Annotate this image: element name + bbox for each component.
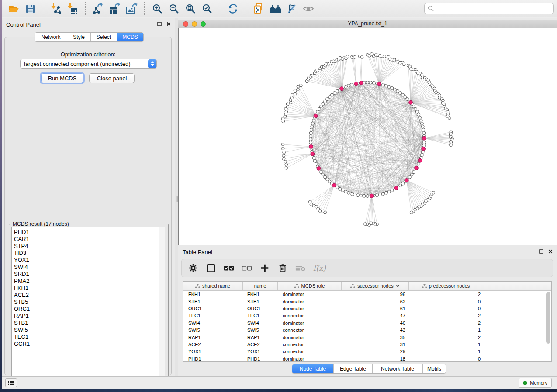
table-tabs: Node Table Edge Table Network Table Moti… bbox=[292, 364, 446, 374]
mcds-panel: Optimization criterion: largest connecte… bbox=[4, 37, 172, 375]
list-item[interactable]: YOX1 bbox=[14, 257, 159, 264]
close-panel-button[interactable]: Close panel bbox=[89, 73, 135, 83]
optimization-criterion-label: Optimization criterion: bbox=[5, 51, 171, 58]
column-header-successor-nodes[interactable]: successor nodes bbox=[342, 282, 409, 290]
list-item[interactable]: SWI5 bbox=[14, 327, 159, 334]
open-file-icon[interactable] bbox=[5, 2, 22, 16]
network-from-selection-icon[interactable] bbox=[250, 2, 267, 16]
panel-splitter[interactable] bbox=[175, 18, 178, 376]
list-item[interactable]: ACE2 bbox=[14, 292, 159, 299]
create-column-icon[interactable] bbox=[259, 263, 270, 273]
table-row[interactable]: STB1STB1dominator620 bbox=[183, 298, 551, 305]
tab-edge-table[interactable]: Edge Table bbox=[334, 364, 373, 373]
table-panel: Table Panel bbox=[178, 245, 557, 376]
network-window-titlebar[interactable]: YPA_prune.txt_1 bbox=[178, 20, 557, 28]
node-table[interactable]: shared name name MCDS role s bbox=[183, 281, 552, 362]
table-panel-title: Table Panel bbox=[183, 249, 212, 255]
network-window-title: YPA_prune.txt_1 bbox=[178, 21, 557, 27]
tab-select[interactable]: Select bbox=[91, 33, 117, 41]
list-item[interactable]: PHD1 bbox=[14, 229, 159, 236]
table-options-gear-icon[interactable] bbox=[188, 263, 198, 273]
zoom-fit-icon[interactable] bbox=[182, 2, 199, 16]
list-scrollbar-track[interactable] bbox=[159, 227, 165, 379]
zoom-selected-icon[interactable] bbox=[199, 2, 215, 16]
close-window-icon[interactable] bbox=[183, 21, 188, 27]
main-area: Control Panel Network Style Select MCDS … bbox=[2, 18, 557, 376]
delete-column-icon[interactable] bbox=[277, 263, 288, 273]
tab-mcds[interactable]: MCDS bbox=[117, 33, 143, 41]
minimize-window-icon[interactable] bbox=[192, 21, 197, 27]
delete-table-icon[interactable] bbox=[295, 263, 306, 273]
apply-layout-icon[interactable] bbox=[225, 2, 241, 16]
list-item[interactable]: SWI4 bbox=[14, 264, 159, 271]
tab-network[interactable]: Network bbox=[35, 33, 67, 41]
table-row[interactable]: SWI5SWI5connector431 bbox=[183, 327, 551, 334]
table-row[interactable]: ACE2ACE2connector311 bbox=[183, 341, 551, 348]
table-row[interactable]: SWI4SWI4dominator462 bbox=[183, 320, 551, 327]
list-item[interactable]: STB1 bbox=[14, 320, 159, 327]
control-panel: Control Panel Network Style Select MCDS … bbox=[2, 18, 175, 376]
list-item[interactable]: STB5 bbox=[14, 299, 159, 306]
float-panel-icon[interactable] bbox=[539, 249, 543, 254]
mcds-result-title: MCDS result (17 nodes) bbox=[11, 221, 70, 227]
list-item[interactable]: ORC1 bbox=[14, 306, 159, 313]
import-table-icon[interactable] bbox=[64, 2, 81, 16]
optimization-criterion-select[interactable]: largest connected component (undirected) bbox=[20, 59, 157, 69]
float-panel-icon[interactable] bbox=[157, 22, 162, 26]
tab-style[interactable]: Style bbox=[67, 33, 91, 41]
birds-eye-view-icon[interactable] bbox=[300, 2, 317, 16]
select-all-columns-icon[interactable] bbox=[224, 263, 234, 273]
toolbar-separator bbox=[144, 2, 145, 15]
memory-label: Memory bbox=[530, 380, 547, 385]
desktop-wallpaper-bottom bbox=[0, 389, 557, 392]
column-header-predecessor-nodes[interactable]: predecessor nodes bbox=[409, 282, 483, 290]
tab-node-table[interactable]: Node Table bbox=[292, 364, 334, 373]
list-item[interactable]: TID3 bbox=[14, 250, 159, 257]
list-item[interactable]: PMA2 bbox=[14, 278, 159, 285]
toolbar-separator bbox=[220, 2, 220, 15]
function-builder-icon[interactable]: f(x) bbox=[313, 264, 326, 272]
table-row[interactable]: YOX1YOX1connector291 bbox=[183, 348, 551, 355]
list-item[interactable]: CAR1 bbox=[14, 236, 159, 243]
export-table-icon[interactable] bbox=[107, 2, 123, 16]
close-panel-icon[interactable] bbox=[166, 22, 171, 26]
hide-graphics-details-icon[interactable] bbox=[284, 2, 300, 16]
table-scrollbar-thumb[interactable] bbox=[546, 292, 550, 344]
column-header-name[interactable]: name bbox=[243, 282, 278, 290]
column-layout-icon[interactable] bbox=[206, 263, 216, 273]
maximize-window-icon[interactable] bbox=[201, 21, 206, 27]
splitter-grip-icon[interactable] bbox=[176, 196, 178, 202]
save-session-icon[interactable] bbox=[22, 2, 38, 16]
close-panel-icon[interactable] bbox=[548, 249, 553, 254]
network-canvas[interactable] bbox=[178, 28, 557, 245]
first-neighbors-icon[interactable] bbox=[267, 2, 284, 16]
zoom-out-icon[interactable] bbox=[166, 2, 182, 16]
import-network-icon[interactable] bbox=[48, 2, 64, 16]
task-history-button[interactable] bbox=[5, 378, 17, 387]
search-input[interactable] bbox=[436, 3, 551, 14]
export-network-icon[interactable] bbox=[90, 2, 107, 16]
list-item[interactable]: TEC1 bbox=[14, 334, 159, 340]
control-panel-tabs: Network Style Select MCDS bbox=[35, 32, 144, 42]
table-row[interactable]: RAP1RAP1dominator352 bbox=[183, 334, 551, 340]
memory-button[interactable]: Memory bbox=[519, 378, 552, 388]
list-item[interactable]: GCR1 bbox=[14, 340, 159, 347]
column-header-shared-name[interactable]: shared name bbox=[183, 282, 243, 290]
table-row[interactable]: PHD1PHD1dominator180 bbox=[183, 355, 551, 362]
column-header-mcds-role[interactable]: MCDS role bbox=[278, 282, 342, 290]
deselect-all-columns-icon[interactable] bbox=[242, 263, 252, 273]
list-item[interactable]: SRD1 bbox=[14, 271, 159, 278]
tab-motifs[interactable]: Motifs bbox=[423, 364, 446, 373]
table-row[interactable]: FKH1FKH1dominator962 bbox=[183, 291, 551, 298]
search-box[interactable] bbox=[424, 3, 554, 14]
mcds-result-list[interactable]: PHD1 CAR1 STP4 TID3 YOX1 SWI4 SRD1 PMA2 … bbox=[11, 227, 165, 380]
export-image-icon[interactable] bbox=[123, 2, 140, 16]
table-row[interactable]: ORC1ORC1dominator610 bbox=[183, 305, 551, 312]
list-item[interactable]: STP4 bbox=[14, 243, 159, 250]
list-item[interactable]: FKH1 bbox=[14, 285, 159, 292]
run-mcds-button[interactable]: Run MCDS bbox=[41, 73, 83, 83]
tab-network-table[interactable]: Network Table bbox=[373, 364, 423, 373]
list-item[interactable]: RAP1 bbox=[14, 313, 159, 320]
zoom-in-icon[interactable] bbox=[149, 2, 166, 16]
table-row[interactable]: TEC1TEC1connector472 bbox=[183, 312, 551, 319]
